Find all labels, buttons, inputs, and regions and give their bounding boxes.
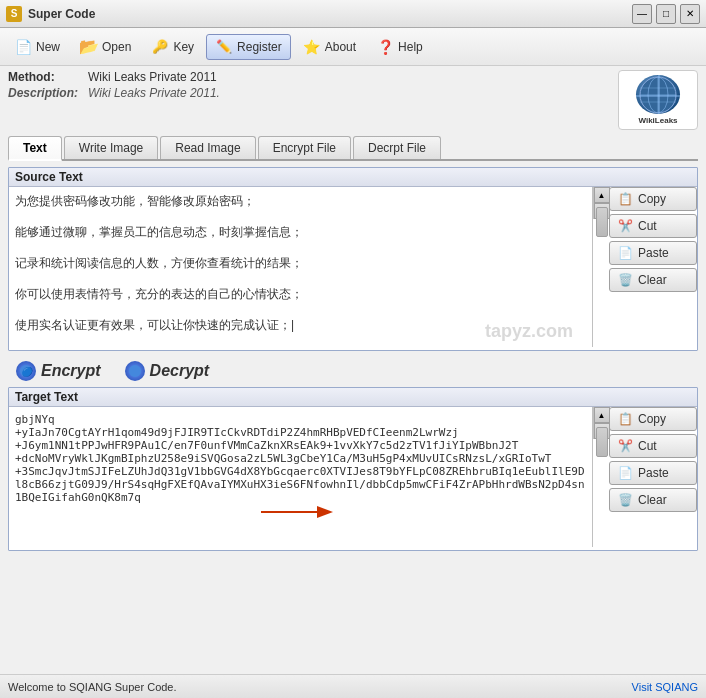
scroll-up-btn[interactable]: ▲ bbox=[594, 187, 610, 203]
title-bar: S Super Code — □ ✕ bbox=[0, 0, 706, 28]
desc-row: Description: Wiki Leaks Private 2011. bbox=[8, 86, 618, 100]
svg-point-1 bbox=[648, 77, 668, 113]
about-icon: ⭐ bbox=[303, 38, 321, 56]
tab-decrypt-file[interactable]: Decrpt File bbox=[353, 136, 441, 159]
info-text-block: Method: Wiki Leaks Private 2011 Descript… bbox=[8, 70, 618, 102]
app-icon: S bbox=[6, 6, 22, 22]
source-panel: Source Text tapyz.com ▲ ▼ 📋 Copy ✂️ bbox=[8, 167, 698, 351]
tabs-bar: Text Write Image Read Image Encrypt File… bbox=[8, 136, 698, 161]
method-label: Method: bbox=[8, 70, 88, 84]
tab-write-image[interactable]: Write Image bbox=[64, 136, 158, 159]
maximize-button[interactable]: □ bbox=[656, 4, 676, 24]
svg-text:🔵: 🔵 bbox=[20, 366, 34, 378]
source-textarea[interactable] bbox=[9, 187, 593, 347]
visit-sqiang-link[interactable]: Visit SQIANG bbox=[632, 681, 698, 693]
info-section: Method: Wiki Leaks Private 2011 Descript… bbox=[8, 70, 698, 130]
wikileaks-globe bbox=[636, 75, 680, 114]
close-button[interactable]: ✕ bbox=[680, 4, 700, 24]
wikileaks-logo: WikiLeaks bbox=[618, 70, 698, 130]
scroll-thumb[interactable] bbox=[596, 207, 608, 237]
encrypt-icon: 🔵 bbox=[16, 361, 36, 381]
menu-key[interactable]: 🔑 Key bbox=[143, 35, 202, 59]
paste-icon: 📄 bbox=[618, 246, 633, 260]
encrypt-button[interactable]: 🔵 Encrypt bbox=[12, 359, 105, 383]
open-icon: 📂 bbox=[80, 38, 98, 56]
encrypt-decrypt-row: 🔵 Encrypt Decrypt bbox=[8, 355, 698, 387]
menu-open[interactable]: 📂 Open bbox=[72, 35, 139, 59]
app-title: Super Code bbox=[28, 7, 95, 21]
source-paste-button[interactable]: 📄 Paste bbox=[609, 241, 697, 265]
target-scrollbar[interactable]: ▲ ▼ bbox=[593, 407, 609, 439]
menu-new[interactable]: 📄 New bbox=[6, 35, 68, 59]
title-controls: — □ ✕ bbox=[632, 4, 700, 24]
menu-help[interactable]: ❓ Help bbox=[368, 35, 431, 59]
menu-bar: 📄 New 📂 Open 🔑 Key ✏️ Register ⭐ About ❓… bbox=[0, 28, 706, 66]
decrypt-button[interactable]: Decrypt bbox=[121, 359, 214, 383]
target-cut-icon: ✂️ bbox=[618, 439, 633, 453]
menu-key-label: Key bbox=[173, 40, 194, 54]
main-content: Method: Wiki Leaks Private 2011 Descript… bbox=[0, 66, 706, 676]
target-textarea[interactable] bbox=[9, 407, 593, 547]
decrypt-label: Decrypt bbox=[150, 362, 210, 380]
tab-encrypt-file[interactable]: Encrypt File bbox=[258, 136, 351, 159]
desc-label: Description: bbox=[8, 86, 88, 100]
menu-about[interactable]: ⭐ About bbox=[295, 35, 364, 59]
status-bar: Welcome to SQIANG Super Code. Visit SQIA… bbox=[0, 674, 706, 698]
source-clear-button[interactable]: 🗑️ Clear bbox=[609, 268, 697, 292]
menu-open-label: Open bbox=[102, 40, 131, 54]
method-value: Wiki Leaks Private 2011 bbox=[88, 70, 217, 84]
menu-register-label: Register bbox=[237, 40, 282, 54]
menu-new-label: New bbox=[36, 40, 60, 54]
copy-icon: 📋 bbox=[618, 192, 633, 206]
target-copy-icon: 📋 bbox=[618, 412, 633, 426]
register-icon: ✏️ bbox=[215, 38, 233, 56]
menu-about-label: About bbox=[325, 40, 356, 54]
target-clear-button[interactable]: 🗑️ Clear bbox=[609, 488, 697, 512]
help-icon: ❓ bbox=[376, 38, 394, 56]
method-row: Method: Wiki Leaks Private 2011 bbox=[8, 70, 618, 84]
new-icon: 📄 bbox=[14, 38, 32, 56]
source-scrollbar[interactable]: ▲ ▼ bbox=[593, 187, 609, 219]
source-cut-button[interactable]: ✂️ Cut bbox=[609, 214, 697, 238]
minimize-button[interactable]: — bbox=[632, 4, 652, 24]
svg-point-9 bbox=[129, 365, 141, 377]
source-panel-title: Source Text bbox=[9, 168, 697, 187]
tab-read-image[interactable]: Read Image bbox=[160, 136, 255, 159]
target-paste-button[interactable]: 📄 Paste bbox=[609, 461, 697, 485]
status-left: Welcome to SQIANG Super Code. bbox=[8, 681, 177, 693]
source-area-wrapper: tapyz.com bbox=[9, 187, 593, 350]
target-scroll-up-btn[interactable]: ▲ bbox=[594, 407, 610, 423]
target-text-wrapper: ▲ ▼ 📋 Copy ✂️ Cut 📄 Paste bbox=[9, 407, 697, 550]
cut-icon: ✂️ bbox=[618, 219, 633, 233]
target-buttons: 📋 Copy ✂️ Cut 📄 Paste 🗑️ Clear bbox=[609, 407, 697, 512]
clear-icon: 🗑️ bbox=[618, 273, 633, 287]
decrypt-icon bbox=[125, 361, 145, 381]
tab-text[interactable]: Text bbox=[8, 136, 62, 161]
svg-point-6 bbox=[640, 77, 676, 113]
target-clear-icon: 🗑️ bbox=[618, 493, 633, 507]
source-copy-button[interactable]: 📋 Copy bbox=[609, 187, 697, 211]
target-area-wrapper bbox=[9, 407, 593, 550]
wikileaks-brand: WikiLeaks bbox=[638, 116, 677, 125]
target-paste-icon: 📄 bbox=[618, 466, 633, 480]
source-buttons: 📋 Copy ✂️ Cut 📄 Paste 🗑️ Clear bbox=[609, 187, 697, 292]
title-bar-left: S Super Code bbox=[6, 6, 95, 22]
target-scroll-thumb[interactable] bbox=[596, 427, 608, 457]
menu-register[interactable]: ✏️ Register bbox=[206, 34, 291, 60]
target-copy-button[interactable]: 📋 Copy bbox=[609, 407, 697, 431]
target-panel: Target Text ▲ bbox=[8, 387, 698, 551]
target-panel-title: Target Text bbox=[9, 388, 697, 407]
key-icon: 🔑 bbox=[151, 38, 169, 56]
encrypt-label: Encrypt bbox=[41, 362, 101, 380]
menu-help-label: Help bbox=[398, 40, 423, 54]
source-text-wrapper: tapyz.com ▲ ▼ 📋 Copy ✂️ Cut 📄 bbox=[9, 187, 697, 350]
target-cut-button[interactable]: ✂️ Cut bbox=[609, 434, 697, 458]
desc-value: Wiki Leaks Private 2011. bbox=[88, 86, 220, 100]
